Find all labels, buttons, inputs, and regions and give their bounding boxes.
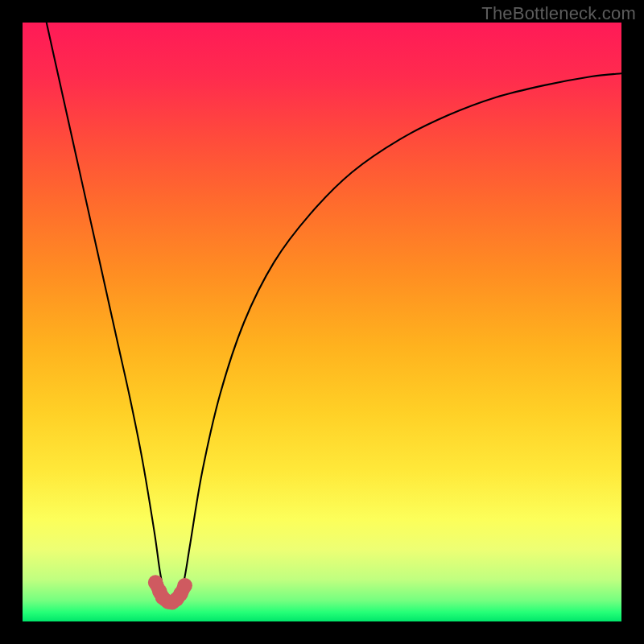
watermark-text: TheBottleneck.com [481,3,636,24]
svg-point-8 [177,578,192,593]
chart-frame [23,23,621,621]
bottleneck-marker [148,575,192,609]
chart-plot [23,23,621,621]
bottleneck-curve [47,23,621,604]
